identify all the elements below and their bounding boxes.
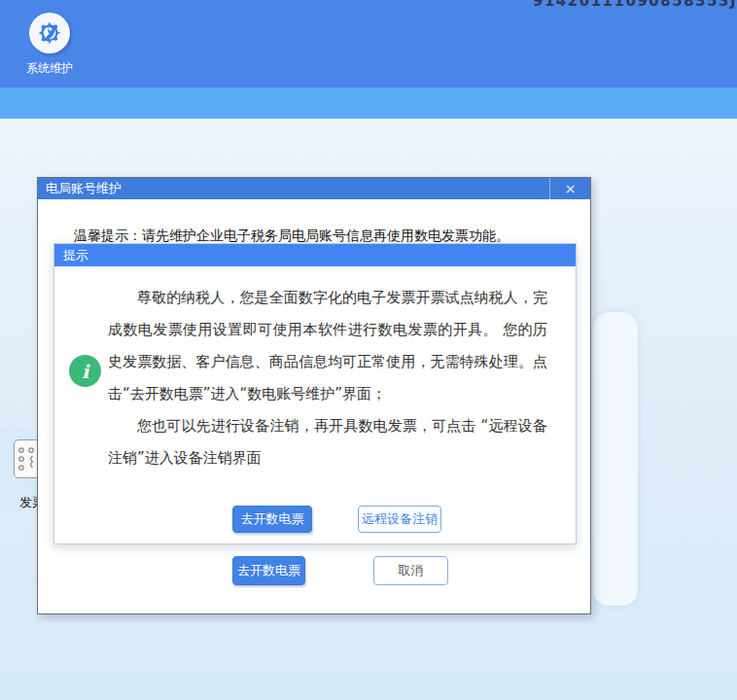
close-icon[interactable]: × [549,178,590,199]
app-window: 91420111090858353J 系统维护 [0,0,737,700]
system-maintenance-icon [29,13,70,53]
gear-wrench-icon [36,19,63,47]
prompt-paragraph-1: 尊敬的纳税人，您是全面数字化的电子发票开票试点纳税人，完成数电发票使用设置即可使… [108,282,547,410]
bottom-strip [0,671,737,700]
cancel-button[interactable]: 取消 [373,556,448,585]
invoice-list-icon [17,443,38,474]
taxpayer-id: 91420111090858353J [533,0,737,10]
remote-device-logout-button[interactable]: 远程设备注销 [358,506,441,533]
top-header-bar: 91420111090858353J 系统维护 [0,0,737,88]
background-panel-card [593,312,638,606]
prompt-message: 尊敬的纳税人，您是全面数字化的电子发票开票试点纳税人，完成数电发票使用设置即可使… [108,282,547,474]
prompt-paragraph-2: 您也可以先进行设备注销，再开具数电发票，可点击 “远程设备注销”进入设备注销界面 [108,410,547,474]
dialog-prompt: 提示 i 尊敬的纳税人，您是全面数字化的电子发票开票试点纳税人，完成数电发票使用… [53,243,577,544]
secondary-header-band [0,88,737,119]
go-open-digital-invoice-button-inner[interactable]: 去开数电票 [232,506,312,533]
sidebar-item-system-maintenance[interactable]: 系统维护 [19,13,80,77]
go-open-digital-invoice-button[interactable]: 去开数电票 [232,556,305,585]
sidebar-item-label: 系统维护 [19,60,80,77]
dialog-titlebar[interactable]: 电局账号维护 × [38,178,590,199]
info-icon: i [69,355,101,387]
dialog-title: 电局账号维护 [46,181,122,195]
prompt-titlebar[interactable]: 提示 [54,244,576,266]
prompt-title: 提示 [63,248,88,262]
